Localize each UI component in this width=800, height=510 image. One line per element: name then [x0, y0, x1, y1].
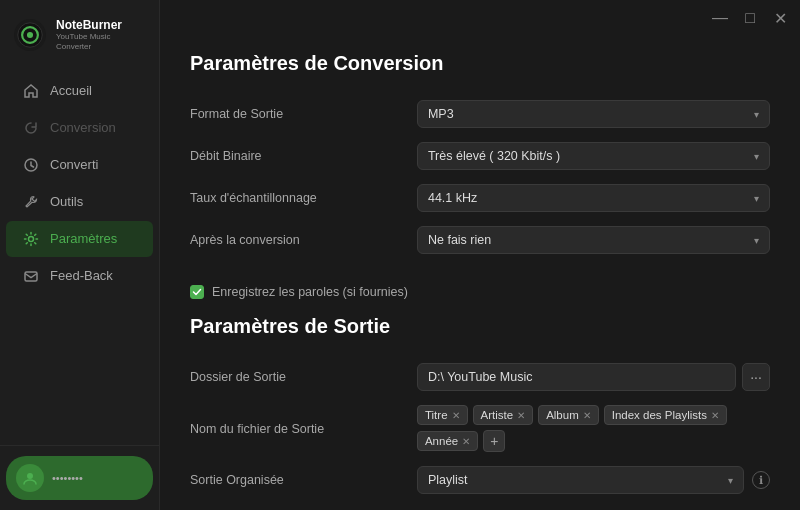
table-row: Après la conversion Ne fais rien ▾ [190, 219, 770, 261]
apres-conversion-label: Après la conversion [190, 219, 417, 261]
mail-icon [22, 267, 40, 285]
chevron-down-icon: ▾ [754, 151, 759, 162]
tag-album[interactable]: Album ✕ [538, 405, 599, 425]
svg-point-6 [27, 473, 33, 479]
maximize-button[interactable]: □ [742, 10, 758, 26]
taux-label: Taux d'échantillonnage [190, 177, 417, 219]
format-sortie-select[interactable]: MP3 ▾ [417, 100, 770, 128]
table-row: Sortie Organisée Playlist ▾ ℹ [190, 459, 770, 501]
browse-button[interactable]: ··· [742, 363, 770, 391]
dossier-sortie-row: ··· [417, 363, 770, 391]
logo-text: NoteBurner YouTube Music Converter [56, 18, 145, 52]
sidebar-item-outils[interactable]: Outils [6, 184, 153, 220]
parametres-label: Paramètres [50, 231, 117, 246]
logo-area: NoteBurner YouTube Music Converter [0, 8, 159, 68]
table-row: Dossier de Sortie ··· [190, 356, 770, 398]
svg-point-4 [29, 236, 34, 241]
lyrics-checkbox-label: Enregistrez les paroles (si fournies) [212, 285, 408, 299]
table-row: Format de Sortie MP3 ▾ [190, 93, 770, 135]
conversion-label: Conversion [50, 120, 116, 135]
user-card[interactable]: •••••••• [6, 456, 153, 500]
format-sortie-value: MP3 [428, 107, 454, 121]
tag-annee[interactable]: Année ✕ [417, 431, 478, 451]
dossier-sortie-input[interactable] [417, 363, 736, 391]
app-name: NoteBurner [56, 18, 145, 32]
chevron-down-icon: ▾ [754, 235, 759, 246]
home-icon [22, 82, 40, 100]
table-row: Nom du fichier de Sortie Titre ✕ Artiste… [190, 398, 770, 459]
sortie-organisee-select[interactable]: Playlist ▾ [417, 466, 744, 494]
conversion-section: Paramètres de Conversion Format de Sorti… [190, 52, 770, 299]
taux-value: 44.1 kHz [428, 191, 477, 205]
accueil-label: Accueil [50, 83, 92, 98]
format-sortie-label: Format de Sortie [190, 93, 417, 135]
apres-conversion-select[interactable]: Ne fais rien ▾ [417, 226, 770, 254]
tag-artiste[interactable]: Artiste ✕ [473, 405, 534, 425]
minimize-button[interactable]: — [712, 10, 728, 26]
sidebar-item-converti[interactable]: Converti [6, 147, 153, 183]
converti-label: Converti [50, 157, 98, 172]
nom-fichier-label: Nom du fichier de Sortie [190, 398, 417, 459]
chevron-down-icon: ▾ [754, 193, 759, 204]
tag-remove-icon[interactable]: ✕ [452, 410, 460, 421]
output-title: Paramètres de Sortie [190, 315, 770, 338]
chevron-down-icon: ▾ [728, 475, 733, 486]
apres-conversion-value: Ne fais rien [428, 233, 491, 247]
sidebar-item-feedback[interactable]: Feed-Back [6, 258, 153, 294]
sortie-organisee-label: Sortie Organisée [190, 459, 417, 501]
settings-scroll[interactable]: Paramètres de Conversion Format de Sorti… [160, 36, 800, 510]
sidebar-item-accueil[interactable]: Accueil [6, 73, 153, 109]
app-subtitle: YouTube Music Converter [56, 32, 145, 51]
refresh-icon [22, 119, 40, 137]
conversion-title: Paramètres de Conversion [190, 52, 770, 75]
svg-point-2 [27, 32, 33, 38]
user-name: •••••••• [52, 472, 83, 484]
sidebar-bottom: •••••••• [0, 445, 159, 510]
settings-icon [22, 230, 40, 248]
nav-items: Accueil Conversion Converti [0, 68, 159, 445]
tag-remove-icon[interactable]: ✕ [517, 410, 525, 421]
clock-icon [22, 156, 40, 174]
dossier-sortie-label: Dossier de Sortie [190, 356, 417, 398]
debit-binaire-label: Débit Binaire [190, 135, 417, 177]
tag-remove-icon[interactable]: ✕ [583, 410, 591, 421]
tag-titre[interactable]: Titre ✕ [417, 405, 468, 425]
taux-select[interactable]: 44.1 kHz ▾ [417, 184, 770, 212]
sortie-organisee-row: Playlist ▾ ℹ [417, 466, 770, 494]
sidebar: NoteBurner YouTube Music Converter Accue… [0, 0, 160, 510]
sortie-organisee-value: Playlist [428, 473, 468, 487]
outils-label: Outils [50, 194, 83, 209]
title-bar: — □ ✕ [160, 0, 800, 36]
tag-index-playlists[interactable]: Index des Playlists ✕ [604, 405, 727, 425]
sidebar-item-parametres[interactable]: Paramètres [6, 221, 153, 257]
main-content: — □ ✕ Paramètres de Conversion Format de… [160, 0, 800, 510]
debit-binaire-select[interactable]: Très élevé ( 320 Kbit/s ) ▾ [417, 142, 770, 170]
tag-remove-icon[interactable]: ✕ [462, 436, 470, 447]
close-button[interactable]: ✕ [772, 10, 788, 26]
output-section: Paramètres de Sortie Dossier de Sortie ·… [190, 315, 770, 501]
svg-rect-5 [25, 272, 37, 281]
output-table: Dossier de Sortie ··· Nom du fichier de … [190, 356, 770, 501]
avatar [16, 464, 44, 492]
info-icon[interactable]: ℹ [752, 471, 770, 489]
filename-tags-row: Titre ✕ Artiste ✕ Album ✕ [417, 405, 770, 452]
lyrics-checkbox[interactable] [190, 285, 204, 299]
table-row: Taux d'échantillonnage 44.1 kHz ▾ [190, 177, 770, 219]
lyrics-checkbox-row: Enregistrez les paroles (si fournies) [190, 285, 770, 299]
tag-remove-icon[interactable]: ✕ [711, 410, 719, 421]
tag-add-button[interactable]: + [483, 430, 505, 452]
chevron-down-icon: ▾ [754, 109, 759, 120]
wrench-icon [22, 193, 40, 211]
sidebar-item-conversion: Conversion [6, 110, 153, 146]
conversion-table: Format de Sortie MP3 ▾ Débit Binaire Trè… [190, 93, 770, 261]
app-logo [14, 19, 46, 51]
debit-binaire-value: Très élevé ( 320 Kbit/s ) [428, 149, 560, 163]
feedback-label: Feed-Back [50, 268, 113, 283]
table-row: Débit Binaire Très élevé ( 320 Kbit/s ) … [190, 135, 770, 177]
